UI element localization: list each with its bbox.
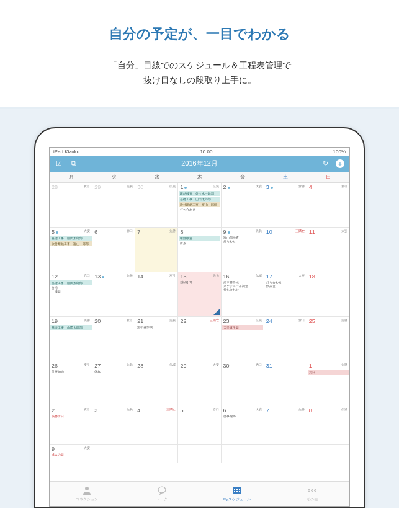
day-cell[interactable]: 6赤口 (92, 228, 135, 272)
day-number: 30 (223, 363, 230, 369)
event-bar[interactable]: 基礎工事 山田太郎部 (179, 197, 220, 202)
event-bar[interactable]: 断熱検査 (179, 236, 220, 241)
day-cell[interactable]: 28仏滅 (135, 361, 178, 406)
day-cell[interactable]: 26友引仕事納め (50, 361, 92, 406)
rokuyou-label: 大安 (341, 229, 347, 233)
day-cell[interactable]: 6大安仕事始め (222, 406, 264, 444)
day-number: 11 (309, 229, 315, 235)
event-text[interactable]: 仕事納め (50, 370, 91, 373)
day-cell[interactable]: 8仏滅 (307, 406, 349, 444)
day-number: 4 (137, 407, 140, 414)
day-cell[interactable] (178, 445, 221, 463)
rokuyou-label: 大安 (213, 363, 219, 366)
day-cell[interactable] (92, 445, 135, 463)
event-text[interactable]: 休み (179, 241, 220, 245)
day-cell[interactable]: 2大安 (222, 183, 264, 227)
ipad-screen: iPad Kizuku 10:00 100% ☑ ⧉ 2016年12月 ↻ + … (49, 147, 350, 507)
event-text[interactable]: 打ちわせ (222, 239, 263, 243)
day-number: 8 (180, 229, 183, 235)
event-text[interactable]: [案件] 電 (179, 280, 220, 284)
day-cell[interactable] (135, 445, 178, 463)
event-bar[interactable]: 天皇誕生日 (222, 325, 263, 330)
copy-icon[interactable]: ⧉ (69, 159, 78, 168)
day-cell[interactable]: 12赤口基礎工事 山田太郎部台湾上棟日 (50, 272, 92, 316)
tab-more[interactable]: その他 (274, 482, 349, 506)
day-cell[interactable]: 2友引振替休日 (50, 406, 92, 444)
event-bar[interactable]: 吹付断熱工事 富山一郎部 吹付断熱工事 高岡一郎部 (50, 241, 92, 246)
day-cell[interactable] (222, 445, 264, 463)
day-cell[interactable]: 23仏滅天皇誕生日 (222, 317, 264, 361)
header-title[interactable]: 2016年12月 (181, 159, 218, 168)
day-cell[interactable]: 15先負[案件] 電 (178, 272, 221, 316)
event-text[interactable]: 成人の日 (50, 453, 91, 456)
day-cell[interactable]: 28友引 (50, 183, 92, 227)
day-number: 9 (52, 446, 55, 452)
event-bar[interactable]: 基礎工事 山田太郎部 (50, 236, 92, 241)
day-cell[interactable]: 4友引 (307, 183, 349, 227)
event-text[interactable]: 振替休日 (50, 414, 91, 418)
day-cell[interactable]: 3先負 (92, 406, 135, 444)
day-cell[interactable]: 1仏滅断熱検査 佐々木一雄部基礎工事 山田太郎部吹付断熱工事 富山一郎部打ち合わ… (178, 183, 221, 227)
day-cell[interactable]: 20友引 (92, 317, 135, 361)
day-cell[interactable]: 4三隣亡 (135, 406, 178, 444)
day-cell[interactable]: 10三隣亡 (264, 228, 307, 272)
add-button[interactable]: + (336, 159, 344, 168)
event-bar[interactable]: 基礎工事 山田太郎部 (50, 280, 92, 285)
day-number: 25 (309, 318, 315, 324)
event-text[interactable]: 飲み会 (265, 284, 306, 288)
day-cell[interactable]: 24赤口 (264, 317, 307, 361)
tab-person[interactable]: コネクション (50, 482, 125, 506)
day-cell[interactable]: 19先勝基礎工事 山田太郎部 (50, 317, 92, 361)
weekday-1: 火 (92, 172, 135, 182)
rokuyou-label: 先勝 (169, 229, 176, 233)
tab-chat[interactable]: トーク (125, 482, 200, 506)
day-cell[interactable]: 11大安 (307, 228, 349, 272)
tab-calendar[interactable]: Myスケジュール (200, 482, 275, 506)
day-cell[interactable]: 18 (307, 272, 349, 316)
day-cell[interactable]: 1先勝元日 (307, 361, 349, 406)
chat-icon (157, 485, 167, 495)
tab-label: Myスケジュール (223, 497, 251, 502)
day-cell[interactable]: 25先勝 (307, 317, 349, 361)
event-bar[interactable]: 吹付断熱工事 富山一郎部 (179, 202, 220, 207)
event-bar[interactable]: 基礎工事 山田太郎部 (50, 325, 92, 330)
day-cell[interactable] (307, 445, 349, 463)
day-cell[interactable]: 17大安打ち合わせ飲み会 (264, 272, 307, 316)
day-cell[interactable]: 27先負休み (92, 361, 135, 406)
svg-point-1 (158, 487, 166, 493)
checkbox-icon[interactable]: ☑ (55, 159, 63, 168)
day-cell[interactable]: 8断熱検査休み (178, 228, 221, 272)
day-cell[interactable]: 7先勝 (264, 406, 307, 444)
day-cell[interactable]: 16仏滅指示書作成スケジュール調整打ち合わせ (222, 272, 264, 316)
day-number: 29 (180, 363, 186, 369)
event-bar[interactable]: 断熱検査 佐々木一雄部 (179, 191, 220, 196)
day-cell[interactable]: 29先負 (92, 183, 135, 227)
day-number: 30 (137, 184, 143, 190)
day-cell[interactable]: 22三隣亡 (178, 317, 221, 361)
day-cell[interactable]: 31 (264, 361, 307, 406)
event-bar[interactable]: 元日 (308, 370, 349, 375)
day-cell[interactable]: 3赤勝 (264, 183, 307, 227)
day-cell[interactable]: 13先勝 (92, 272, 135, 316)
event-text[interactable]: 打ち合わせ (222, 288, 263, 291)
day-cell[interactable]: 5赤口 (178, 406, 221, 444)
event-text[interactable]: 指示書作成 (136, 325, 177, 329)
event-text[interactable]: 上棟日 (50, 290, 91, 293)
day-cell[interactable]: 30仏滅 (135, 183, 178, 227)
day-cell[interactable] (264, 445, 307, 463)
day-cell[interactable]: 9先負富山部検査打ちわせ (222, 228, 264, 272)
day-cell[interactable]: 7先勝 (135, 228, 178, 272)
day-cell[interactable]: 5大安基礎工事 山田太郎部吹付断熱工事 富山一郎部 吹付断熱工事 高岡一郎部 (50, 228, 92, 272)
event-text[interactable]: 打ち合わせ (179, 208, 220, 211)
day-cell[interactable]: 14友引 (135, 272, 178, 316)
event-text[interactable]: 休み (93, 370, 134, 373)
event-text[interactable]: 仕事始め (222, 414, 263, 418)
day-cell[interactable]: 9大安成人の日 (50, 445, 92, 463)
weekday-0: 月 (50, 172, 92, 182)
day-cell[interactable]: 29大安 (178, 361, 221, 406)
day-cell[interactable]: 21先負指示書作成 (135, 317, 178, 361)
refresh-icon[interactable]: ↻ (321, 159, 330, 168)
svg-rect-5 (239, 489, 240, 490)
day-number: 7 (266, 407, 269, 414)
day-cell[interactable]: 30赤口 (222, 361, 264, 406)
